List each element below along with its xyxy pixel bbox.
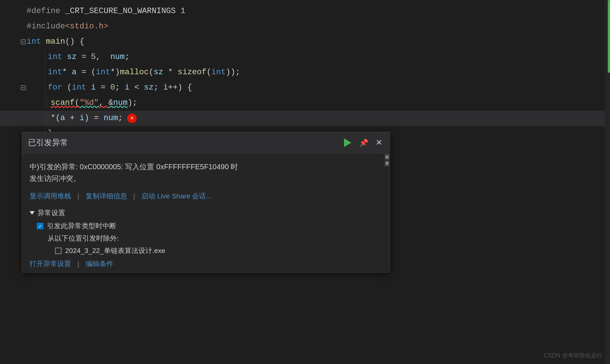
- fold-2: [20, 23, 27, 30]
- preprocessor-include: #include: [27, 19, 65, 34]
- var-sz-2: sz: [153, 65, 163, 80]
- include-file: <stdio.h>: [65, 19, 109, 34]
- collapse-icon: [30, 211, 35, 215]
- checkbox-break[interactable]: ✓: [37, 223, 43, 229]
- space: [41, 34, 46, 50]
- scrollbar-thumb[interactable]: [608, 0, 610, 73]
- popup-header: 已引发异常 📌 ✕: [22, 132, 390, 154]
- separator-2: |: [132, 192, 137, 200]
- code-line-4: int sz = 5 , num ;: [0, 50, 610, 65]
- line-content-6: for ( int i = 0 ; i < sz ; i ++) {: [27, 80, 610, 95]
- sub-label: 从以下位置引发时除外:: [48, 234, 119, 243]
- pin-icon: 📌: [359, 138, 368, 147]
- code-line-8: *( a + i ) = num ; ✕: [0, 111, 610, 126]
- line-content-3: int main () {: [27, 34, 610, 50]
- checkbox-item-break: ✓ 引发此异常类型时中断: [30, 221, 382, 231]
- close-popup-button[interactable]: ✕: [374, 136, 384, 149]
- code-line-2: #include <stdio.h>: [0, 19, 610, 34]
- popup-actions: 📌 ✕: [342, 136, 384, 149]
- checkbox-exe[interactable]: [55, 248, 62, 254]
- vertical-scrollbar[interactable]: [605, 0, 610, 364]
- exe-item: 2024_3_22_单链表算法设计.exe: [30, 246, 382, 256]
- func-main: main: [46, 34, 65, 50]
- var-a: a: [72, 65, 77, 80]
- code-line-3: int main () {: [0, 34, 610, 50]
- scroll-down-button[interactable]: ▼: [385, 161, 389, 166]
- settings-header-label: 异常设置: [38, 208, 65, 218]
- macro-value: 1: [180, 4, 185, 19]
- popup-title: 已引发异常: [28, 137, 342, 148]
- fold-5: [20, 69, 27, 76]
- fold-icon-3[interactable]: [20, 39, 27, 45]
- keyword-int: int: [27, 34, 41, 50]
- error-icon: ✕: [127, 114, 137, 123]
- code-line-6: for ( int i = 0 ; i < sz ; i ++) {: [0, 80, 610, 95]
- scroll-up-button[interactable]: ▲: [385, 154, 389, 159]
- line-content-8: *( a + i ) = num ; ✕: [27, 111, 610, 126]
- fold-4: [20, 54, 27, 60]
- line-content-7: scanf ( "%d" , & num );: [27, 95, 610, 111]
- code-area: #define _CRT_SECURE_NO_WARNINGS 1 #inclu…: [0, 0, 610, 145]
- func-scanf: scanf: [51, 95, 75, 111]
- num-0: 0: [110, 80, 115, 95]
- scanf-format: "%d": [79, 95, 99, 111]
- exception-text-content: 中)引发的异常: 0xC0000005: 写入位置 0xFFFFFFFE5F10…: [30, 163, 238, 182]
- fold-icon-6[interactable]: [20, 84, 27, 91]
- var-sz-3: sz: [144, 80, 153, 95]
- keyword-for: for: [48, 80, 62, 95]
- pin-button[interactable]: 📌: [358, 137, 370, 149]
- keyword-int-2: int: [48, 50, 62, 65]
- code-editor: #define _CRT_SECURE_NO_WARNINGS 1 #inclu…: [0, 0, 610, 364]
- exception-settings-section: 异常设置 ✓ 引发此异常类型时中断 从以下位置引发时除外: 2024_3_22_…: [30, 208, 382, 256]
- code-line-7: scanf ( "%d" , & num );: [0, 95, 610, 111]
- var-num: num: [110, 50, 125, 65]
- var-i-2: i: [125, 80, 129, 95]
- watermark-text: CSDN @考研势在必行: [544, 352, 603, 359]
- preprocessor-define: #define: [27, 4, 60, 19]
- func-malloc: malloc: [120, 65, 149, 80]
- exception-message: 中)引发的异常: 0xC0000005: 写入位置 0xFFFFFFFE5F10…: [30, 161, 382, 184]
- fold-1: [20, 8, 27, 15]
- var-num-ref: num: [113, 95, 128, 111]
- sub-item-except: 从以下位置引发时除外:: [30, 234, 382, 243]
- code-line-5: int * a = ( int *) malloc ( sz * sizeof …: [0, 65, 610, 80]
- keyword-int-sizeof: int: [211, 65, 226, 80]
- continue-button[interactable]: [342, 137, 353, 149]
- num-5: 5: [91, 50, 96, 65]
- keyword-int-ptr: int: [48, 65, 62, 80]
- copy-details-link[interactable]: 复制详细信息: [86, 191, 127, 201]
- line-content-2: #include <stdio.h>: [27, 19, 610, 34]
- macro-name: _CRT_SECURE_NO_WARNINGS: [60, 4, 180, 19]
- func-sizeof: sizeof: [177, 65, 206, 80]
- close-icon: ✕: [376, 138, 382, 147]
- exception-popup: 已引发异常 📌 ✕ ▲ ▼ 中)引发的异常:: [22, 132, 390, 273]
- var-sz: sz: [67, 50, 77, 65]
- action-links: 显示调用堆栈 | 复制详细信息 | 启动 Live Share 会话...: [30, 191, 382, 201]
- checkbox-break-label: 引发此异常类型时中断: [47, 221, 116, 231]
- open-exception-settings-link[interactable]: 打开异常设置: [30, 259, 71, 269]
- line-content-4: int sz = 5 , num ;: [27, 50, 610, 65]
- var-i-3: i: [163, 80, 168, 95]
- exe-label: 2024_3_22_单链表算法设计.exe: [65, 246, 165, 256]
- var-i-4: i: [79, 111, 84, 126]
- popup-body: ▲ ▼ 中)引发的异常: 0xC0000005: 写入位置 0xFFFFFFFE…: [22, 154, 390, 272]
- line-content-1: #define _CRT_SECURE_NO_WARNINGS 1: [27, 4, 610, 19]
- play-icon: [344, 138, 351, 147]
- separator-1: |: [75, 192, 81, 200]
- var-num-2: num: [103, 111, 118, 126]
- settings-header[interactable]: 异常设置: [30, 208, 382, 218]
- show-callstack-link[interactable]: 显示调用堆栈: [30, 191, 71, 201]
- var-i: i: [91, 80, 96, 95]
- line-content-5: int * a = ( int *) malloc ( sz * sizeof …: [27, 65, 610, 80]
- keyword-cast-int: int: [96, 65, 110, 80]
- keyword-int-for: int: [72, 80, 86, 95]
- separator-3: |: [75, 260, 81, 268]
- fold-7: [20, 100, 27, 106]
- popup-inner-scrollbar[interactable]: ▲ ▼: [384, 154, 390, 272]
- live-share-link[interactable]: 启动 Live Share 会话...: [141, 191, 212, 201]
- bottom-links: 打开异常设置 | 编辑条件: [30, 259, 382, 269]
- watermark: CSDN @考研势在必行: [544, 352, 603, 360]
- func-parens: () {: [65, 34, 85, 50]
- code-line-1: #define _CRT_SECURE_NO_WARNINGS 1: [0, 4, 610, 19]
- edit-conditions-link[interactable]: 编辑条件: [86, 259, 113, 269]
